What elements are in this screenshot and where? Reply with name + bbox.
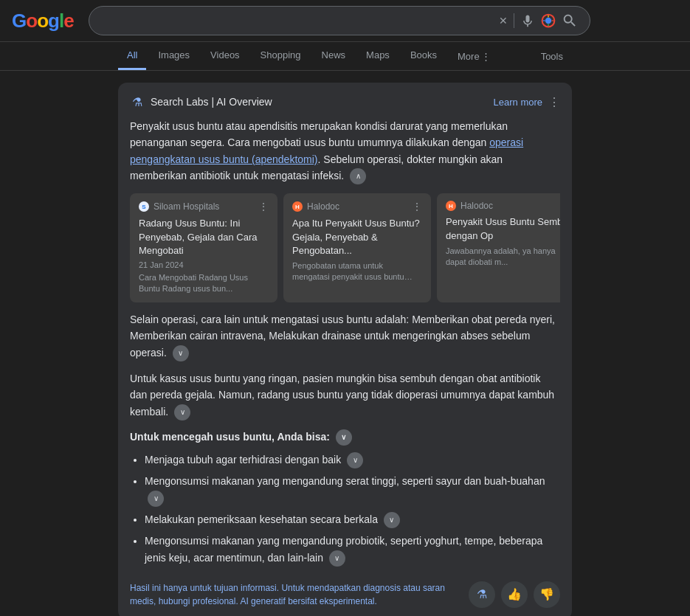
prevention-text-3: Melakukan pemeriksaan kesehatan secara b…	[145, 513, 378, 525]
source-card-2-header: H Halodoc ⋮	[292, 201, 422, 212]
source-card-1-dots[interactable]: ⋮	[258, 201, 269, 212]
clear-icon[interactable]: ✕	[499, 15, 508, 27]
ai-text-3: Untuk kasus usus buntu yang ringan, pasi…	[130, 373, 554, 418]
source-name-2: H Halodoc	[292, 201, 339, 212]
lens-icon[interactable]	[541, 13, 556, 28]
source-label-2: Halodoc	[307, 201, 339, 212]
prevention-text-2: Mengonsumsi makanan yang mengandung sera…	[145, 475, 545, 487]
ai-paragraph-1: Penyakit usus buntu atau apendisitis mer…	[130, 118, 560, 184]
learn-more-button[interactable]: Learn more	[494, 97, 542, 108]
main-content: ⚗ Search Labs | AI Overview Learn more ⋮…	[0, 71, 690, 616]
collapse-btn-1[interactable]: ∧	[350, 168, 366, 184]
svg-point-1	[545, 18, 551, 24]
source-card-3-snippet: Jawabannya adalah, ya hanya dapat diobat…	[446, 246, 560, 269]
source-card-3-title: Penyakit Usus Buntu Sembuh dengan Op	[446, 215, 560, 242]
logo-e: e	[63, 10, 73, 32]
ai-overview-title-area: ⚗ Search Labs | AI Overview	[130, 94, 272, 109]
halodoc-favicon-1: H	[292, 201, 303, 212]
header: Google cara mengobati usus buntu ✕	[0, 0, 690, 42]
collapse-btn-3[interactable]: ∨	[174, 404, 190, 421]
feedback-thumbsup-btn[interactable]: 👍	[501, 581, 528, 608]
tab-images[interactable]: Images	[149, 42, 199, 70]
flask-icon: ⚗	[130, 94, 145, 109]
search-submit-icon[interactable]	[562, 13, 578, 29]
search-input[interactable]: cara mengobati usus buntu	[101, 14, 493, 27]
feedback-flask-btn[interactable]: ⚗	[469, 581, 495, 608]
logo-g2: g	[48, 10, 59, 32]
ai-text-2: Selain operasi, cara lain untuk mengatas…	[130, 314, 555, 359]
more-chevron-icon: ⋮	[481, 51, 491, 62]
nav-tabs: All Images Videos Shopping News Maps Boo…	[0, 42, 690, 71]
ai-footer-note: Hasil ini hanya untuk tujuan informasi. …	[130, 581, 469, 608]
tab-shopping[interactable]: Shopping	[252, 42, 310, 70]
collapse-btn-item-3[interactable]: ∨	[384, 512, 400, 528]
ai-overview-card: ⚗ Search Labs | AI Overview Learn more ⋮…	[118, 83, 572, 616]
collapse-btn-2[interactable]: ∨	[173, 345, 189, 361]
voice-search-icon[interactable]	[520, 13, 535, 28]
prevention-text-1: Menjaga tubuh agar terhidrasi dengan bai…	[145, 454, 341, 466]
ai-footer-row: Hasil ini hanya untuk tujuan informasi. …	[130, 572, 560, 608]
logo-o1: o	[26, 10, 37, 32]
source-card-2[interactable]: H Halodoc ⋮ Apa Itu Penyakit Usus Buntu?…	[283, 193, 431, 302]
search-bar[interactable]: cara mengobati usus buntu ✕	[89, 6, 590, 35]
tab-news[interactable]: News	[313, 42, 355, 70]
siloam-favicon: S	[139, 201, 149, 212]
collapse-btn-item-4[interactable]: ∨	[329, 550, 345, 567]
source-card-1-date: 21 Jan 2024	[139, 260, 269, 269]
source-label-1: Siloam Hospitals	[153, 201, 219, 212]
feedback-thumbsdown-btn[interactable]: 👎	[534, 581, 560, 608]
ai-text-1a: Penyakit usus buntu atau apendisitis mer…	[130, 120, 508, 148]
logo-g: G	[12, 10, 26, 32]
source-card-1-snippet: Cara Mengobati Radang Usus Buntu Radang …	[139, 272, 269, 295]
source-card-3[interactable]: H Halodoc Penyakit Usus Buntu Sembuh den…	[437, 193, 560, 302]
source-card-1-header: S Siloam Hospitals ⋮	[139, 201, 269, 212]
source-card-2-snippet: Pengobatan utama untuk mengatasi penyaki…	[292, 260, 422, 283]
collapse-btn-item-2[interactable]: ∨	[148, 491, 164, 507]
ai-overview-title: Search Labs | AI Overview	[151, 96, 272, 108]
prevention-item-4: Mengonsumsi makanan yang mengandung prob…	[145, 533, 560, 567]
source-card-1[interactable]: S Siloam Hospitals ⋮ Radang Usus Buntu: …	[130, 193, 277, 302]
ai-overview-header: ⚗ Search Labs | AI Overview Learn more ⋮	[130, 94, 560, 109]
source-cards: S Siloam Hospitals ⋮ Radang Usus Buntu: …	[130, 193, 560, 302]
source-card-2-dots[interactable]: ⋮	[412, 201, 422, 212]
ai-overview-actions: Learn more ⋮	[494, 95, 560, 109]
prevention-list: Menjaga tubuh agar terhidrasi dengan bai…	[130, 451, 560, 567]
prevention-item-3: Melakukan pemeriksaan kesehatan secara b…	[145, 511, 560, 528]
google-logo[interactable]: Google	[12, 10, 80, 32]
tab-videos[interactable]: Videos	[201, 42, 249, 70]
tab-all[interactable]: All	[118, 42, 146, 70]
prevention-item-1: Menjaga tubuh agar terhidrasi dengan bai…	[145, 451, 560, 468]
prevention-item-2: Mengonsumsi makanan yang mengandung sera…	[145, 473, 560, 507]
prevention-heading: Untuk mencegah usus buntu, Anda bisa: ∨	[130, 429, 560, 446]
more-options-icon[interactable]: ⋮	[548, 95, 560, 109]
more-label: More	[458, 51, 480, 62]
search-divider	[514, 13, 514, 28]
source-name-3: H Halodoc	[446, 201, 493, 211]
halodoc-favicon-2: H	[446, 201, 456, 211]
tab-maps[interactable]: Maps	[357, 42, 399, 70]
ai-paragraph-3: Untuk kasus usus buntu yang ringan, pasi…	[130, 370, 560, 421]
logo-o2: o	[37, 10, 48, 32]
tab-books[interactable]: Books	[401, 42, 446, 70]
ai-feedback-btns: ⚗ 👍 👎	[469, 581, 560, 608]
tools-button[interactable]: Tools	[532, 44, 572, 69]
source-label-3: Halodoc	[460, 201, 493, 211]
more-menu[interactable]: More ⋮	[449, 44, 500, 69]
source-card-2-title: Apa Itu Penyakit Usus Buntu? Gejala, Pen…	[292, 217, 422, 257]
ai-paragraph-2: Selain operasi, cara lain untuk mengatas…	[130, 311, 560, 361]
prevention-heading-text: Untuk mencegah usus buntu, Anda bisa:	[130, 431, 330, 443]
source-name-1: S Siloam Hospitals	[139, 201, 219, 212]
collapse-btn-prevention[interactable]: ∨	[336, 429, 352, 446]
source-card-3-header: H Halodoc	[446, 201, 560, 211]
collapse-btn-item-1[interactable]: ∨	[347, 452, 363, 468]
source-card-1-title: Radang Usus Buntu: Ini Penyebab, Gejala …	[139, 217, 269, 257]
